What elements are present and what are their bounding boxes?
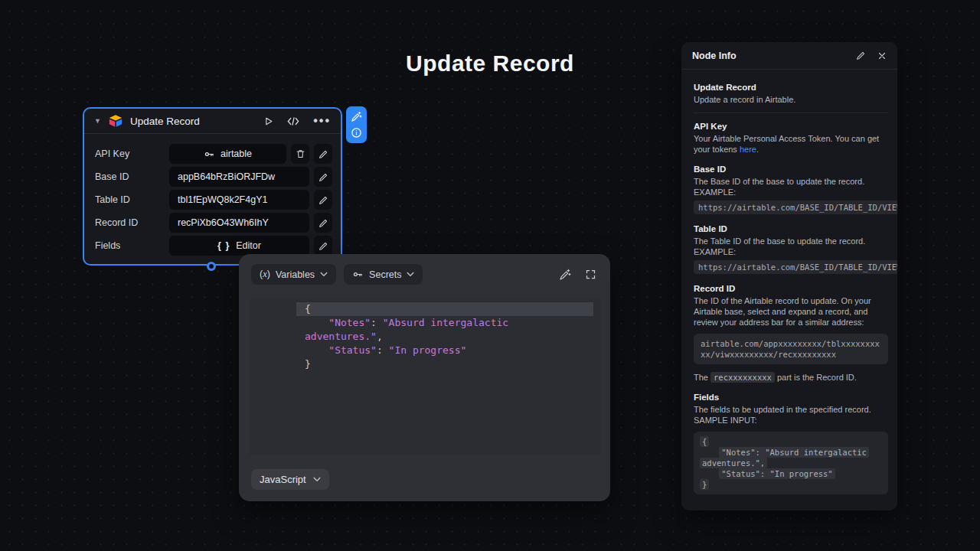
workflow-canvas[interactable]: Update Record ▼ Update Record •••	[0, 0, 980, 551]
run-node-button[interactable]	[263, 116, 273, 126]
field-row-fields: Fields { } Editor	[95, 236, 333, 256]
section-desc: The Table ID of the base to update the r…	[694, 236, 888, 246]
code-line: "Status": "In progress"	[296, 344, 601, 357]
record-id-note: The recxxxxxxxxx part is the Record ID.	[694, 372, 888, 383]
node-info-header: Node Info	[681, 42, 897, 70]
section-base-id: Base ID The Base ID of the base to updat…	[694, 164, 888, 214]
secrets-label: Secrets	[369, 269, 401, 280]
field-label: Table ID	[95, 194, 169, 205]
output-connection-handle[interactable]	[207, 262, 216, 271]
sample-code-block: { "Notes": "Absurd intergalactic adventu…	[694, 432, 888, 494]
magic-edit-button[interactable]	[559, 269, 571, 281]
node-info-panel: Node Info Update Record Update a record …	[681, 42, 897, 510]
variables-label: Variables	[276, 269, 315, 280]
edit-api-key-button[interactable]	[314, 144, 332, 164]
example-label: EXAMPLE:	[694, 187, 888, 197]
api-key-text: airtable	[220, 148, 252, 159]
variables-icon: (x)	[260, 269, 270, 280]
section-node-summary: Update Record Update a record in Airtabl…	[694, 82, 888, 105]
field-row-record-id: Record ID recPiXb6O43Wh6IhY	[95, 213, 333, 233]
close-panel-button[interactable]	[877, 51, 887, 60]
braces-icon: { }	[217, 240, 230, 251]
code-line: }	[296, 357, 601, 371]
example-code: https://airtable.com/BASE_ID/TABLE_ID/VI…	[694, 260, 897, 274]
chevron-down-icon	[407, 272, 414, 277]
field-label: API Key	[95, 148, 169, 159]
edit-fields-button[interactable]	[314, 236, 332, 256]
code-view-button[interactable]	[287, 116, 299, 126]
tokens-link[interactable]: here	[740, 145, 756, 154]
info-button[interactable]	[351, 127, 362, 139]
fields-editor-label: Editor	[236, 240, 261, 251]
code-line: adventures.",	[296, 330, 601, 344]
section-desc: The fields to be updated in the specifie…	[694, 404, 888, 415]
edit-base-id-button[interactable]	[314, 167, 332, 187]
edit-record-id-button[interactable]	[314, 213, 332, 233]
edit-info-button[interactable]	[856, 51, 866, 60]
fields-editor-panel: (x) Variables Secrets	[239, 254, 610, 501]
section-heading: Table ID	[694, 223, 888, 234]
section-desc: Your Airtable Personal Access Token. You…	[694, 133, 888, 155]
section-desc: The ID of the Airtable record to update.…	[694, 295, 888, 328]
field-label: Base ID	[95, 171, 169, 182]
delete-api-key-button[interactable]	[291, 144, 309, 164]
chevron-down-icon	[313, 477, 321, 482]
example-label: EXAMPLE:	[694, 246, 888, 257]
language-label: JavaScript	[260, 474, 306, 485]
code-line: {	[296, 302, 593, 316]
editor-toolbar: (x) Variables Secrets	[239, 254, 610, 285]
key-icon	[352, 269, 364, 280]
base-id-value[interactable]: appB64bRzBiORJFDw	[169, 167, 309, 187]
node-info-title: Node Info	[692, 51, 737, 61]
edit-table-id-button[interactable]	[314, 190, 332, 210]
section-heading: Update Record	[694, 82, 888, 93]
more-options-button[interactable]: •••	[313, 114, 331, 128]
example-code: https://airtable.com/BASE_ID/TABLE_ID/VI…	[694, 201, 897, 214]
panel-divider	[694, 112, 888, 113]
field-row-table-id: Table ID tbl1fEpWQ8k2F4gY1	[95, 190, 333, 210]
field-label: Fields	[95, 240, 169, 251]
field-label: Record ID	[95, 217, 169, 228]
table-id-value[interactable]: tbl1fEpWQ8k2F4gY1	[169, 190, 309, 210]
code-editor-area[interactable]: { "Notes": "Absurd intergalactic adventu…	[250, 298, 601, 455]
section-desc: Update a record in Airtable.	[694, 94, 888, 105]
language-dropdown[interactable]: JavaScript	[251, 469, 329, 490]
node-title: Update Record	[130, 116, 200, 127]
section-desc: The Base ID of the base to update the re…	[694, 176, 888, 187]
code-line: "Notes": "Absurd intergalactic	[296, 316, 601, 330]
section-heading: Fields	[694, 392, 888, 403]
record-id-value[interactable]: recPiXb6O43Wh6IhY	[169, 213, 309, 233]
section-table-id: Table ID The Table ID of the base to upd…	[694, 223, 888, 274]
section-api-key: API Key Your Airtable Personal Access To…	[694, 121, 888, 155]
key-icon	[204, 148, 215, 160]
collapse-chevron-icon[interactable]: ▼	[94, 117, 101, 125]
node-header: ▼ Update Record •••	[84, 109, 341, 133]
field-row-api-key: API Key airtable	[95, 144, 333, 164]
rec-id-chip: recxxxxxxxxx	[710, 372, 775, 383]
section-heading: API Key	[694, 121, 888, 132]
node-info-body: Update Record Update a record in Airtabl…	[681, 70, 897, 505]
magic-edit-button[interactable]	[351, 111, 362, 122]
variables-dropdown[interactable]: (x) Variables	[251, 264, 336, 285]
chevron-down-icon	[320, 272, 328, 277]
update-record-node[interactable]: ▼ Update Record •••	[83, 107, 342, 266]
field-row-base-id: Base ID appB64bRzBiORJFDw	[95, 167, 333, 187]
section-record-id: Record ID The ID of the Airtable record …	[694, 283, 888, 383]
api-key-value[interactable]: airtable	[169, 144, 286, 164]
section-heading: Record ID	[694, 283, 888, 294]
section-heading: Base ID	[694, 164, 888, 174]
fields-editor-button[interactable]: { } Editor	[169, 236, 309, 256]
section-fields: Fields The fields to be updated in the s…	[694, 392, 888, 494]
airtable-logo-icon	[108, 114, 123, 128]
address-code-block: airtable.com/appxxxxxxxxx/tblxxxxxxxxxx/…	[694, 334, 888, 364]
sample-input-label: SAMPLE INPUT:	[694, 415, 888, 425]
fullscreen-button[interactable]	[585, 269, 596, 280]
secrets-dropdown[interactable]: Secrets	[344, 264, 423, 285]
node-quick-actions	[346, 106, 367, 143]
